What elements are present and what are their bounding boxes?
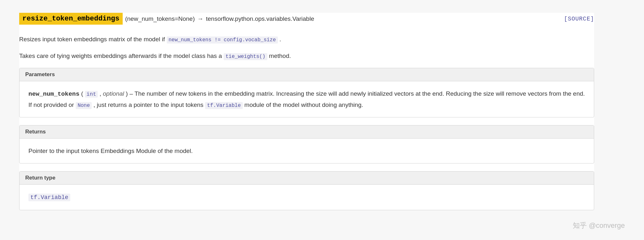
param-desc-middle: , just returns a pointer to the input to… [94,101,203,108]
parameters-section: Parameters new_num_tokens ( int , option… [19,68,594,118]
returns-section: Returns Pointer to the input tokens Embe… [19,125,594,164]
return-type-section: Return type tf.Variable [19,171,594,210]
function-params: (new_num_tokens=None) [125,15,195,22]
description-line2: Takes care of tying weights embeddings a… [19,51,594,61]
desc2-before: Takes care of tying weights embeddings a… [19,52,222,59]
returns-content: Pointer to the input tokens Embeddings M… [19,139,594,163]
inline-code2: tie_weights() [224,53,267,60]
comma: , [99,90,101,97]
inline-code1: new_num_tokens != config.vocab_size [167,36,278,44]
parameters-header: Parameters [19,68,594,81]
param-optional: optional [103,90,124,97]
desc1-before: Resizes input token embeddings matrix of… [19,36,165,43]
close-paren: ) [126,90,128,97]
return-type-header: Return type [19,172,594,185]
return-type-value[interactable]: tf.Variable [28,194,70,201]
param-type: int [85,91,98,98]
function-header: resize_token_embeddings (new_num_tokens=… [19,13,594,25]
function-name: resize_token_embeddings [19,13,123,25]
returns-header: Returns [19,125,594,139]
return-type-content: tf.Variable [19,185,594,210]
function-arrow: → [197,15,203,22]
none-code: None [76,102,92,109]
returns-text: Pointer to the input tokens Embeddings M… [28,148,193,154]
open-paren: ( [81,90,83,97]
desc1-after: . [280,36,281,43]
function-return-type: tensorflow.python.ops.variables.Variable [206,15,314,22]
desc2-after: method. [269,52,291,59]
param-desc-after: module of the model without doing anythi… [244,101,363,108]
parameters-content: new_num_tokens ( int , optional ) – The … [19,81,594,117]
dash: – [129,90,133,97]
source-link[interactable]: [SOURCE] [564,16,594,22]
description-line1: Resizes input token embeddings matrix of… [19,34,594,44]
param-name: new_num_tokens [28,91,80,98]
watermark: 知乎 @converge [573,221,625,230]
tf-variable-code-param: tf.Variable [205,102,243,109]
doc-container: resize_token_embeddings (new_num_tokens=… [19,13,594,210]
